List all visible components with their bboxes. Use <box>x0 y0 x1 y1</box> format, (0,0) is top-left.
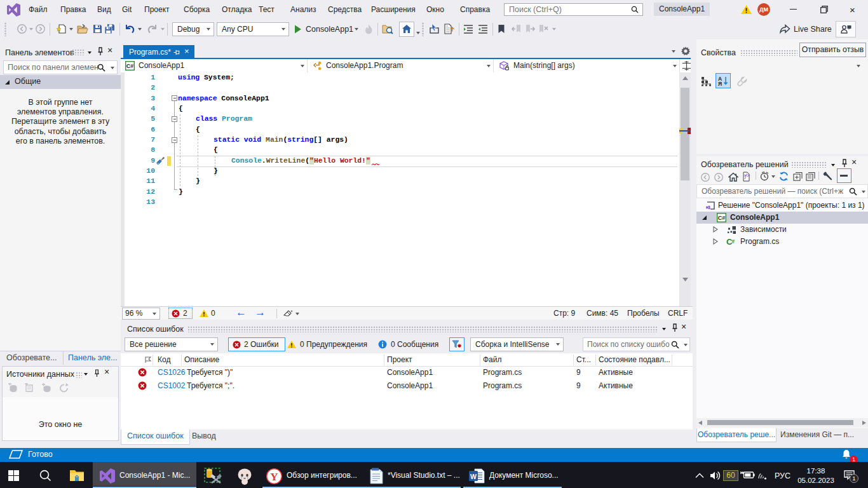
svg-text:Я: Я <box>718 81 722 86</box>
svg-text:#: # <box>732 238 735 245</box>
svg-text:W: W <box>470 473 477 480</box>
svg-text:C#: C# <box>718 215 726 221</box>
svg-text:C#: C# <box>126 63 134 69</box>
svg-text:Y: Y <box>270 471 278 483</box>
